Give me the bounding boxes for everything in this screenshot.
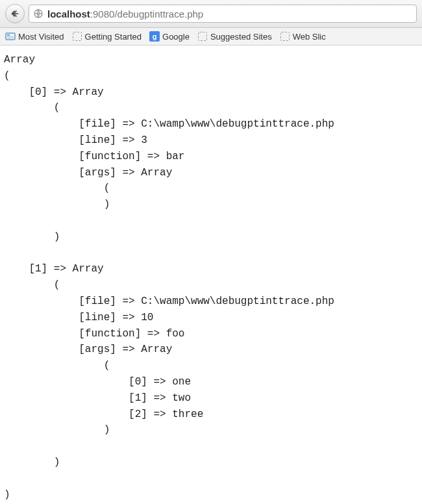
bookmark-getting-started[interactable]: Getting Started bbox=[72, 31, 142, 42]
most-visited-icon bbox=[5, 31, 16, 42]
url-bar[interactable]: localhost:9080/debugptinttrace.php bbox=[29, 5, 417, 23]
bookmark-web-slice[interactable]: Web Slic bbox=[280, 31, 326, 42]
page-icon bbox=[197, 31, 208, 42]
page-content: Array ( [0] => Array ( [file] => C:\wamp… bbox=[0, 45, 422, 504]
bookmark-suggested-sites[interactable]: Suggested Sites bbox=[197, 31, 272, 42]
bookmarks-bar: Most Visited Getting Started g Google Su… bbox=[0, 28, 422, 45]
back-button[interactable] bbox=[5, 4, 25, 23]
svg-rect-4 bbox=[7, 36, 14, 37]
url-path: /debugptinttrace.php bbox=[114, 8, 203, 19]
bookmark-label: Getting Started bbox=[85, 32, 142, 42]
url-text: localhost:9080/debugptinttrace.php bbox=[47, 8, 203, 19]
svg-rect-3 bbox=[7, 34, 10, 36]
browser-toolbar: localhost:9080/debugptinttrace.php bbox=[0, 0, 422, 28]
page-icon bbox=[280, 31, 290, 42]
bookmark-label: Most Visited bbox=[18, 32, 64, 42]
bookmark-label: Suggested Sites bbox=[210, 32, 272, 42]
bookmark-label: Google bbox=[162, 32, 190, 42]
url-port: :9080 bbox=[90, 8, 115, 19]
globe-icon bbox=[33, 8, 43, 19]
bookmark-google[interactable]: g Google bbox=[149, 31, 190, 42]
page-icon bbox=[72, 31, 82, 42]
bookmark-label: Web Slic bbox=[293, 32, 326, 42]
svg-rect-5 bbox=[7, 38, 14, 38]
arrow-left-icon bbox=[10, 8, 20, 19]
bookmark-most-visited[interactable]: Most Visited bbox=[5, 31, 64, 42]
url-host: localhost bbox=[47, 8, 90, 19]
google-icon: g bbox=[149, 31, 160, 42]
